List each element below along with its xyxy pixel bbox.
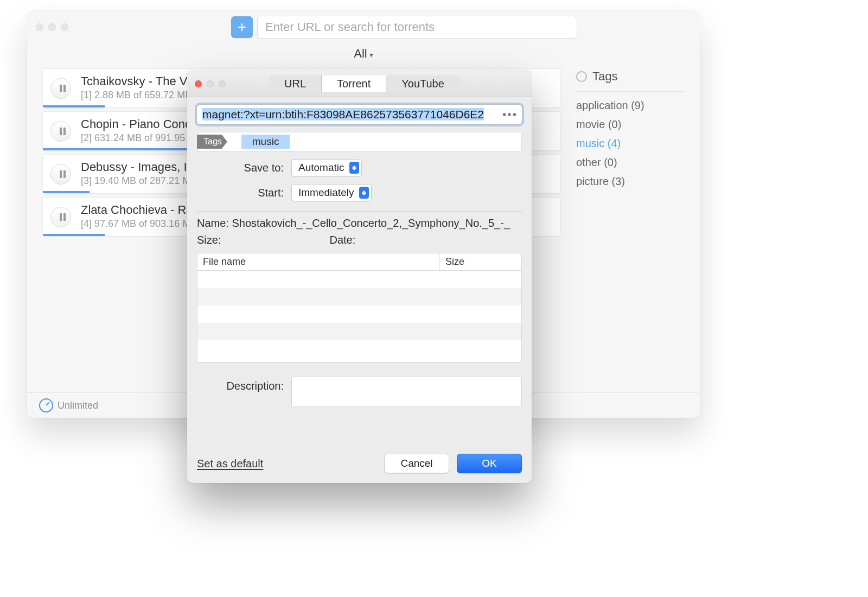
date-label: Date: bbox=[329, 234, 355, 246]
tab-torrent[interactable]: Torrent bbox=[322, 75, 386, 92]
tag-circle-icon bbox=[576, 71, 587, 82]
speed-gauge-icon bbox=[39, 398, 53, 412]
updown-stepper-icon bbox=[349, 162, 359, 174]
tags-panel: Tags application (9) movie (0) music (4)… bbox=[576, 68, 685, 240]
more-icon[interactable]: ••• bbox=[502, 108, 518, 121]
zoom-icon bbox=[219, 80, 226, 87]
window-controls bbox=[36, 23, 68, 31]
progress-bar bbox=[43, 105, 105, 107]
minimize-icon bbox=[207, 80, 214, 87]
tag-item-other[interactable]: other (0) bbox=[576, 156, 685, 169]
file-table-rows bbox=[197, 271, 521, 362]
filter-dropdown[interactable]: All▾ bbox=[27, 43, 700, 68]
file-row bbox=[197, 323, 521, 340]
saveto-value: Automatic bbox=[298, 162, 344, 174]
name-line: Name: Shostakovich_-_Cello_Concerto_2,_S… bbox=[197, 217, 522, 230]
search-input[interactable]: Enter URL or search for torrents bbox=[257, 16, 577, 39]
file-row bbox=[197, 340, 521, 358]
dialog-window-controls bbox=[195, 80, 226, 87]
file-table: File name Size bbox=[197, 253, 522, 363]
plus-icon: + bbox=[238, 20, 246, 35]
dialog-titlebar: URL Torrent YouTube bbox=[187, 71, 532, 97]
search-placeholder: Enter URL or search for torrents bbox=[265, 20, 435, 34]
pause-icon bbox=[60, 85, 62, 92]
pause-button[interactable] bbox=[50, 207, 71, 227]
close-icon[interactable] bbox=[36, 23, 43, 31]
tab-url[interactable]: URL bbox=[269, 75, 322, 92]
pause-icon bbox=[60, 213, 62, 221]
tag-token-music[interactable]: music bbox=[241, 135, 290, 149]
file-table-head: File name Size bbox=[197, 253, 521, 271]
chevron-down-icon: ▾ bbox=[369, 50, 373, 59]
add-button[interactable]: + bbox=[231, 16, 253, 38]
tags-chip-label: Tags bbox=[197, 135, 227, 149]
magnet-input[interactable]: magnet:?xt=urn:btih:F83098AE862573563771… bbox=[197, 105, 522, 124]
progress-bar bbox=[43, 191, 90, 193]
tag-item-picture[interactable]: picture (3) bbox=[576, 175, 685, 188]
updown-stepper-icon bbox=[359, 187, 369, 199]
pause-icon bbox=[60, 170, 62, 178]
start-value: Immediately bbox=[298, 187, 354, 199]
pause-icon bbox=[60, 128, 62, 135]
zoom-icon[interactable] bbox=[61, 23, 68, 31]
cancel-button[interactable]: Cancel bbox=[384, 454, 449, 473]
progress-bar bbox=[43, 234, 105, 236]
file-row bbox=[197, 288, 521, 306]
minimize-icon[interactable] bbox=[48, 23, 56, 31]
dialog-footer: Set as default Cancel OK bbox=[187, 446, 532, 483]
col-filename[interactable]: File name bbox=[197, 253, 440, 270]
start-select[interactable]: Immediately bbox=[291, 184, 372, 201]
description-label: Description: bbox=[197, 377, 291, 392]
filter-label: All bbox=[354, 47, 367, 60]
col-size[interactable]: Size bbox=[440, 253, 521, 270]
add-torrent-dialog: URL Torrent YouTube magnet:?xt=urn:btih:… bbox=[187, 71, 532, 483]
dialog-body: magnet:?xt=urn:btih:F83098AE862573563771… bbox=[187, 97, 532, 407]
tags-header: Tags bbox=[576, 69, 685, 84]
tab-youtube[interactable]: YouTube bbox=[386, 75, 459, 92]
saveto-select[interactable]: Automatic bbox=[291, 159, 362, 176]
tag-item-application[interactable]: application (9) bbox=[576, 99, 685, 112]
speed-label: Unlimited bbox=[58, 400, 98, 411]
titlebar: + Enter URL or search for torrents bbox=[27, 11, 700, 43]
pause-button[interactable] bbox=[50, 121, 71, 142]
magnet-value: magnet:?xt=urn:btih:F83098AE862573563771… bbox=[202, 108, 484, 120]
file-row bbox=[197, 271, 521, 288]
tag-item-music[interactable]: music (4) bbox=[576, 137, 685, 150]
close-icon[interactable] bbox=[195, 80, 202, 87]
file-row bbox=[197, 306, 521, 323]
pause-button[interactable] bbox=[50, 78, 71, 99]
start-label: Start: bbox=[197, 187, 291, 199]
tags-header-label: Tags bbox=[592, 69, 617, 84]
source-tabs: URL Torrent YouTube bbox=[269, 75, 459, 92]
set-as-default-link[interactable]: Set as default bbox=[197, 458, 263, 470]
size-label: Size: bbox=[197, 234, 221, 246]
description-input[interactable] bbox=[291, 377, 522, 407]
tag-item-movie[interactable]: movie (0) bbox=[576, 118, 685, 131]
saveto-label: Save to: bbox=[197, 162, 291, 174]
tags-field[interactable]: Tags music bbox=[197, 132, 522, 151]
pause-button[interactable] bbox=[50, 164, 71, 185]
ok-button[interactable]: OK bbox=[457, 454, 522, 473]
